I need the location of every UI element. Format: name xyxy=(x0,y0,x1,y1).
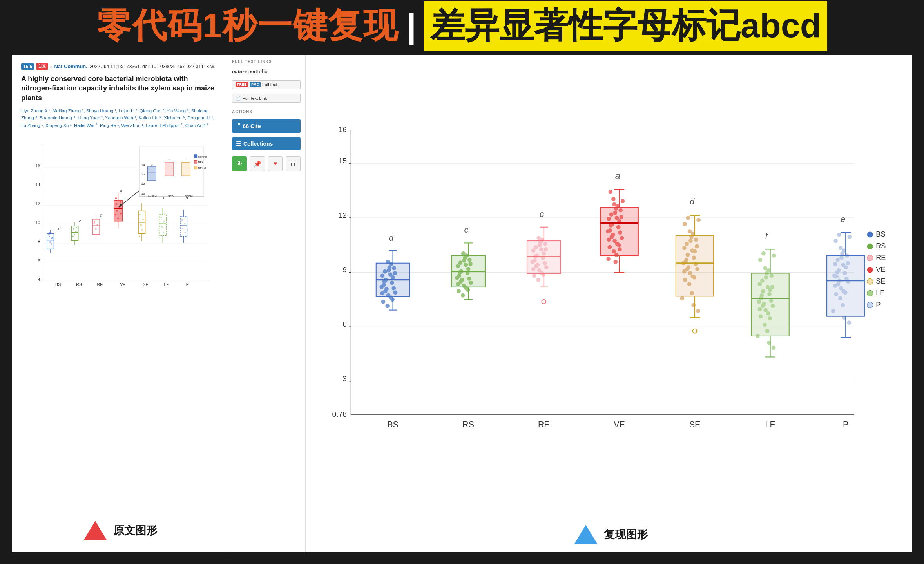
svg-rect-50 xyxy=(93,219,100,235)
fulltext-button-label: Full text xyxy=(262,82,277,87)
trash-icon-button[interactable]: 🗑 xyxy=(286,156,301,171)
svg-text:RS: RS xyxy=(876,242,886,250)
svg-point-66 xyxy=(114,214,116,216)
svg-point-346 xyxy=(758,258,763,262)
svg-point-401 xyxy=(867,243,873,249)
svg-text:RE: RE xyxy=(97,282,103,287)
svg-text:NPK: NPK xyxy=(168,194,174,197)
svg-point-291 xyxy=(688,229,692,233)
svg-text:f: f xyxy=(765,231,768,241)
svg-text:SE: SE xyxy=(689,420,701,429)
actions-header: ACTIONS xyxy=(232,110,301,114)
svg-text:RS: RS xyxy=(76,282,82,287)
svg-text:13: 13 xyxy=(141,173,145,176)
svg-point-405 xyxy=(867,267,873,273)
paper-title: A highly conserved core bacterial microb… xyxy=(21,74,219,103)
svg-text:NPKM: NPKM xyxy=(198,167,206,170)
svg-text:0.78: 0.78 xyxy=(332,410,346,418)
svg-text:6: 6 xyxy=(38,258,40,263)
svg-point-34 xyxy=(49,236,50,237)
svg-text:Control: Control xyxy=(148,194,157,197)
svg-rect-41 xyxy=(71,226,78,240)
collections-button[interactable]: ☰ Collections xyxy=(232,137,301,150)
paper-ref: 2022 Jun 11;13(1):3361. doi: 10.1038/s41… xyxy=(90,64,215,69)
svg-point-308 xyxy=(696,218,701,222)
svg-text:d: d xyxy=(690,197,695,206)
pmc-badge: PMC xyxy=(250,82,261,87)
svg-point-348 xyxy=(772,253,776,258)
svg-point-48 xyxy=(72,236,74,237)
svg-text:12: 12 xyxy=(338,211,346,219)
svg-point-199 xyxy=(461,293,465,298)
svg-text:d: d xyxy=(58,226,61,231)
q-badge: 1区 xyxy=(36,63,48,70)
svg-text:10: 10 xyxy=(141,192,145,195)
svg-point-54 xyxy=(94,221,95,222)
original-chart-container: Number of OTUs with nitrogen cycling cap… xyxy=(21,135,219,518)
svg-point-167 xyxy=(385,304,390,308)
svg-text:12: 12 xyxy=(141,183,145,186)
link-icon: 📄 xyxy=(236,96,241,101)
svg-text:16: 16 xyxy=(338,125,346,134)
svg-text:VE: VE xyxy=(876,266,885,273)
fulltext-link-button[interactable]: 📄 Full-text Link xyxy=(232,94,301,103)
svg-point-403 xyxy=(867,255,873,261)
svg-point-311 xyxy=(686,216,690,220)
svg-rect-116 xyxy=(194,166,197,169)
title-separator: | xyxy=(406,5,416,45)
pin-icon-button[interactable]: 📌 xyxy=(250,156,265,171)
cite-button[interactable]: " 66 Cite xyxy=(232,119,301,133)
svg-text:14: 14 xyxy=(36,182,40,187)
heart-icon-button[interactable]: ♥ xyxy=(268,156,283,171)
svg-point-94 xyxy=(185,232,186,233)
svg-point-56 xyxy=(95,228,96,230)
svg-text:RE: RE xyxy=(538,420,550,429)
svg-text:BS: BS xyxy=(55,282,61,287)
svg-point-69 xyxy=(115,197,117,199)
svg-point-391 xyxy=(847,320,851,325)
svg-point-74 xyxy=(139,214,141,215)
svg-rect-112 xyxy=(194,155,197,158)
svg-text:NPK: NPK xyxy=(198,161,204,164)
svg-point-309 xyxy=(680,296,685,300)
svg-rect-87 xyxy=(180,217,187,237)
svg-point-77 xyxy=(141,229,143,231)
svg-point-352 xyxy=(772,346,776,350)
svg-rect-108 xyxy=(165,162,173,176)
fulltext-link-label: Full-text Link xyxy=(243,96,267,101)
eye-icon-button[interactable]: 👁 xyxy=(232,156,247,171)
svg-text:14: 14 xyxy=(141,163,145,167)
svg-point-78 xyxy=(139,236,140,237)
triangle-blue-icon xyxy=(574,525,598,544)
svg-text:16: 16 xyxy=(36,163,40,168)
svg-text:12: 12 xyxy=(36,201,40,206)
svg-text:a: a xyxy=(120,188,122,193)
svg-text:6: 6 xyxy=(342,320,347,328)
svg-text:c: c xyxy=(100,213,102,217)
svg-text:RS: RS xyxy=(462,420,474,429)
svg-rect-313 xyxy=(676,235,714,296)
svg-point-38 xyxy=(52,237,53,239)
svg-text:c: c xyxy=(79,219,82,223)
svg-text:LE: LE xyxy=(765,420,775,429)
svg-text:8: 8 xyxy=(38,239,40,244)
reproduced-chart-container: 0.78 3 6 9 12 15 16 xyxy=(317,63,904,522)
triangle-red-icon xyxy=(83,521,107,540)
svg-line-118 xyxy=(120,191,140,206)
title-right-box: 差异显著性字母标记abcd xyxy=(424,1,827,51)
svg-point-86 xyxy=(163,232,164,233)
fulltext-button[interactable]: FREE PMC Full text xyxy=(232,80,301,89)
svg-point-385 xyxy=(833,239,838,243)
svg-point-273 xyxy=(613,260,618,264)
paper-meta: 16.6 1区 › Nat Commun. 2022 Jun 11;13(1):… xyxy=(21,63,219,70)
title-right: 差异显著性字母标记abcd xyxy=(430,6,821,45)
svg-rect-30 xyxy=(47,234,54,249)
svg-point-49 xyxy=(76,227,77,228)
svg-text:VE: VE xyxy=(120,282,125,287)
svg-point-40 xyxy=(49,232,51,233)
svg-point-370 xyxy=(839,246,843,250)
svg-point-351 xyxy=(761,251,766,256)
svg-point-64 xyxy=(116,210,118,212)
svg-rect-274 xyxy=(600,207,638,255)
svg-text:b: b xyxy=(169,159,170,162)
